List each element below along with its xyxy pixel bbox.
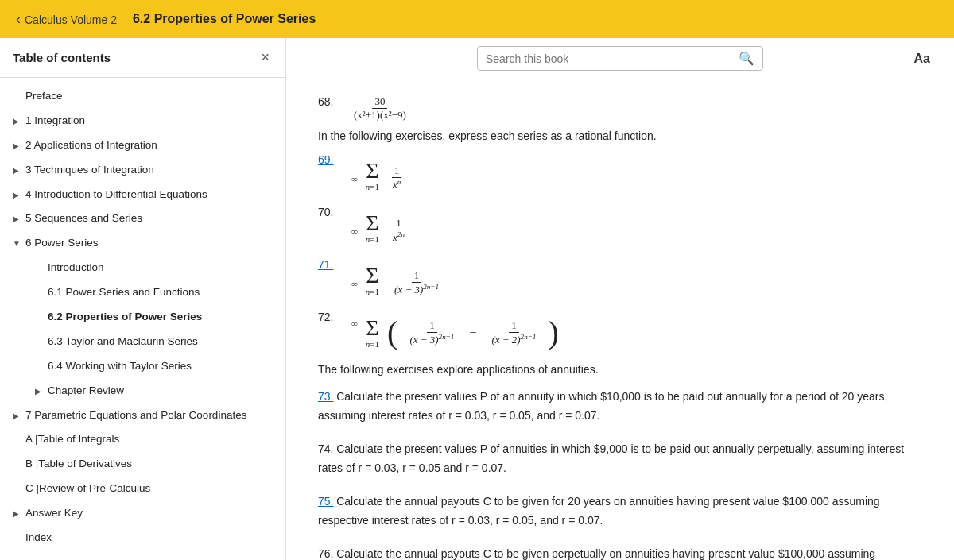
ex70-math: ∞ Σ n=1 1 x2n <box>351 206 922 250</box>
ex70-num: 70. <box>318 206 347 218</box>
exercise-70: 70. ∞ Σ n=1 1 x2n <box>318 206 922 250</box>
ex71-num[interactable]: 71. <box>318 258 347 271</box>
sidebar-item-ch6-intro[interactable]: Introduction <box>0 256 285 280</box>
arrow-icon: ▶ <box>35 386 45 397</box>
font-size-button[interactable]: Aa <box>914 52 930 66</box>
sidebar-item-label: Chapter Review <box>48 384 124 399</box>
sidebar-item-ch6-review[interactable]: ▶Chapter Review <box>0 379 285 404</box>
sidebar-item-label: A |Table of Integrals <box>25 432 119 447</box>
sidebar-header: Table of contents × <box>0 38 285 78</box>
ex72-math: ∞ Σ n=1 ( 1 (x − 3)2n−1 − <box>351 311 922 355</box>
math-content: 68. 30 (x²+1)(x²−9) In the following exe… <box>286 79 954 560</box>
arrow-icon: ▶ <box>13 411 22 422</box>
sidebar-item-label: 6.2 Properties of Power Series <box>48 310 202 325</box>
sidebar-item-ch3[interactable]: ▶3 Techniques of Integration <box>0 158 285 183</box>
page-title: 6.2 Properties of Power Series <box>133 12 316 26</box>
sidebar-item-ch6-2[interactable]: 6.2 Properties of Power Series <box>0 305 285 330</box>
arrow-icon: ▶ <box>13 214 22 225</box>
search-row: 🔍 Aa <box>286 38 954 79</box>
exercise-73: 73. Calculate the present values P of an… <box>318 387 922 425</box>
sidebar-item-label: 2 Applications of Integration <box>25 138 157 153</box>
ex69-math: ∞ Σ n=1 1 xn <box>351 153 922 198</box>
ex75-text: Calculate the annual payouts C to be giv… <box>318 495 880 527</box>
sidebar-item-ch6[interactable]: ▼6 Power Series <box>0 231 285 256</box>
sidebar-item-preface[interactable]: Preface <box>0 84 285 109</box>
ex68-math: 30 (x²+1)(x²−9) <box>351 95 922 122</box>
rational-intro: In the following exercises, express each… <box>318 129 922 142</box>
sidebar-item-label: Index <box>25 531 52 546</box>
arrow-icon: ▶ <box>13 165 22 176</box>
exercise-72: 72. ∞ Σ n=1 ( 1 (x − 3)2n−1 <box>318 311 922 355</box>
ex73-num[interactable]: 73. <box>318 390 333 403</box>
sidebar-content[interactable]: Preface▶1 Integration▶2 Applications of … <box>0 78 285 560</box>
arrow-icon: ▼ <box>13 238 22 249</box>
sidebar-item-index[interactable]: Index <box>0 526 285 550</box>
ex74-text: Calculate the present values P of annuit… <box>318 442 904 474</box>
main-container: Table of contents × Preface▶1 Integratio… <box>0 38 954 560</box>
sidebar-item-ch6-4[interactable]: 6.4 Working with Taylor Series <box>0 354 285 379</box>
sidebar-item-label: 4 Introduction to Differential Equations <box>25 187 207 203</box>
ex74-num-label: 74. <box>318 442 333 455</box>
back-link[interactable]: Calculus Volume 2 <box>16 11 117 28</box>
sidebar-item-label: 6.3 Taylor and Maclaurin Series <box>48 334 198 350</box>
sidebar-item-label: 3 Techniques of Integration <box>25 163 154 178</box>
annuity-intro: The following exercises explore applicat… <box>318 363 922 376</box>
exercise-74: 74. Calculate the present values P of an… <box>318 439 922 477</box>
sidebar-item-label: 6.4 Working with Taylor Series <box>48 359 192 374</box>
exercise-69: 69. ∞ Σ n=1 1 xn <box>318 153 922 198</box>
sidebar-item-label: Preface <box>25 89 63 104</box>
sidebar-item-label: 5 Sequences and Series <box>25 211 142 226</box>
sidebar-item-label: B |Table of Derivatives <box>25 457 132 472</box>
search-box[interactable]: 🔍 <box>477 46 763 71</box>
ex71-math: ∞ Σ n=1 1 (x − 3)2n−1 <box>351 258 922 303</box>
ex76-text: Calculate the annual payouts C to be giv… <box>318 547 875 560</box>
sidebar-item-ch6-3[interactable]: 6.3 Taylor and Maclaurin Series <box>0 330 285 354</box>
exercise-75: 75. Calculate the annual payouts C to be… <box>318 492 922 530</box>
sidebar-item-ch6-1[interactable]: 6.1 Power Series and Functions <box>0 280 285 305</box>
ex69-num[interactable]: 69. <box>318 153 347 166</box>
sidebar-item-label: 6.1 Power Series and Functions <box>48 285 200 300</box>
sidebar-item-label: Introduction <box>48 261 104 276</box>
arrow-icon: ▶ <box>13 141 22 152</box>
ex76-num-label: 76. <box>318 547 333 560</box>
sidebar-item-ch1[interactable]: ▶1 Integration <box>0 109 285 133</box>
exercise-76: 76. Calculate the annual payouts C to be… <box>318 544 922 560</box>
ex68-num: 68. <box>318 95 347 108</box>
topbar: Calculus Volume 2 6.2 Properties of Powe… <box>0 0 954 38</box>
arrow-icon: ▶ <box>13 508 22 519</box>
exercise-71: 71. ∞ Σ n=1 1 (x − 3)2n−1 <box>318 258 922 303</box>
sidebar-item-ch7[interactable]: ▶7 Parametric Equations and Polar Coordi… <box>0 404 285 428</box>
sidebar-item-appC[interactable]: C |Review of Pre-Calculus <box>0 477 285 501</box>
arrow-icon: ▶ <box>13 116 22 127</box>
search-icon: 🔍 <box>739 51 754 66</box>
exercise-68: 68. 30 (x²+1)(x²−9) <box>318 95 922 122</box>
sidebar-item-appB[interactable]: B |Table of Derivatives <box>0 452 285 477</box>
content-area: 🔍 Aa 68. 30 (x²+1)(x²−9) In the followin… <box>286 38 954 560</box>
sidebar-item-answer[interactable]: ▶Answer Key <box>0 501 285 526</box>
sidebar-item-label: C |Review of Pre-Calculus <box>25 481 150 496</box>
sidebar-close-button[interactable]: × <box>258 49 273 66</box>
sidebar: Table of contents × Preface▶1 Integratio… <box>0 38 286 560</box>
sidebar-item-label: 7 Parametric Equations and Polar Coordin… <box>25 408 246 423</box>
sidebar-item-ch2[interactable]: ▶2 Applications of Integration <box>0 133 285 158</box>
arrow-icon: ▶ <box>13 190 22 201</box>
sidebar-item-appA[interactable]: A |Table of Integrals <box>0 427 285 452</box>
sidebar-item-ch5[interactable]: ▶5 Sequences and Series <box>0 207 285 231</box>
sidebar-item-label: Answer Key <box>25 506 83 521</box>
search-input[interactable] <box>486 52 739 65</box>
ex72-num: 72. <box>318 311 347 323</box>
ex73-text: Calculate the present values P of an ann… <box>318 390 887 422</box>
sidebar-item-ch4[interactable]: ▶4 Introduction to Differential Equation… <box>0 183 285 207</box>
ex75-num[interactable]: 75. <box>318 495 333 508</box>
sidebar-title: Table of contents <box>13 51 111 64</box>
sidebar-item-label: 6 Power Series <box>25 236 99 251</box>
sidebar-item-label: 1 Integration <box>25 114 85 129</box>
